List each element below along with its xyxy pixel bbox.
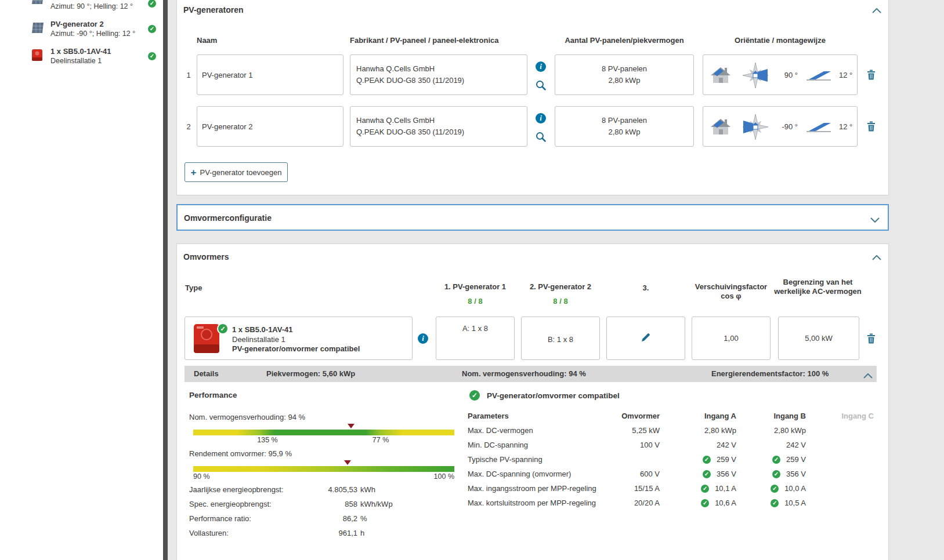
bar2-tick-90: 90 % (193, 472, 210, 481)
input-c-cell[interactable] (606, 317, 685, 360)
panel-title: PV-generatoren (183, 5, 243, 14)
inverters-panel: Omvormers Type 1. PV-generator 1 8 / 8 2… (176, 243, 889, 560)
ac-limit-cell[interactable]: 5,00 kW (778, 317, 859, 360)
compass-icon (740, 62, 771, 90)
sidebar-item-pv-generator-2[interactable]: PV-generator 2 (50, 20, 104, 28)
input-a-cell[interactable]: A: 1 x 8 (436, 317, 515, 360)
inverter-config-panel[interactable]: Omvormerconfiguratie (176, 204, 889, 231)
table-row: Max. ingangsstroom per MPP-regeling 15/1… (468, 481, 874, 496)
panel-selector[interactable]: Hanwha Q.Cells GmbH Q.PEAK DUO-G8 350 (1… (350, 106, 527, 147)
pv-generators-panel: PV-generatoren Naam Fabrikant / PV-panee… (176, 0, 889, 195)
trash-icon[interactable] (867, 121, 876, 133)
panel-count-cell[interactable]: 8 PV-panelen 2,80 kWp (555, 54, 694, 95)
bar1-label: Nom. vermogensverhouding: 94 % (189, 413, 305, 421)
pencil-icon[interactable] (641, 332, 651, 344)
table-header-row: Parameters Omvormer Ingang A Ingang B In… (468, 409, 874, 423)
add-generator-label: PV-generator toevoegen (200, 168, 282, 177)
table-row: Max. DC-spanning (omvormer) 600 V ✓356 V… (468, 467, 874, 481)
tilt-value: 12 ° (839, 71, 852, 79)
panel-count-text: 8 PV-panelen (602, 63, 647, 75)
gen2-assigned-count: 8 / 8 (520, 297, 601, 306)
sidebar-item-subtitle[interactable]: Azimut: 90 °; Helling: 12 ° (50, 2, 133, 10)
generator-name-input[interactable] (197, 107, 343, 146)
row-number: 1 (184, 71, 193, 79)
kv-row: Vollasturen: 961,1 h (189, 529, 364, 537)
add-generator-button[interactable]: + PV-generator toevoegen (185, 162, 288, 182)
power-ratio-gradient-bar (193, 430, 454, 435)
generator-row: 1 Hanwha Q.Cells GmbH Q.PEAK DUO-G8 350 … (177, 54, 889, 95)
chevron-up-icon[interactable] (863, 372, 873, 380)
row-number: 2 (184, 122, 193, 131)
tilt-value: 12 ° (839, 122, 852, 131)
trash-icon[interactable] (867, 333, 876, 346)
power-ratio-summary: Nom. vermogensverhouding: 94 % (462, 366, 586, 382)
check-icon: ✓ (701, 485, 709, 493)
info-icon[interactable]: i (536, 113, 546, 123)
details-bar[interactable]: Details Piekvermogen: 5,60 kWp Nom. verm… (185, 366, 877, 382)
input-b-cell[interactable]: B: 1 x 8 (521, 317, 600, 360)
house-icon (709, 66, 732, 87)
trash-icon[interactable] (867, 70, 876, 82)
tilt-icon (805, 68, 832, 83)
kv-row: Spec. energieopbrengst: 858 kWh/kWp (189, 500, 393, 508)
check-icon: ✓ (772, 470, 780, 478)
chevron-down-icon[interactable] (870, 216, 880, 224)
cos-phi-cell[interactable]: 1,00 (692, 317, 771, 360)
tilt-icon (805, 119, 832, 135)
column-header-gen2: 2. PV-generator 2 8 / 8 (520, 282, 601, 306)
search-icon[interactable] (536, 132, 546, 144)
check-icon: ✓ (771, 485, 779, 493)
house-icon (709, 117, 732, 139)
panel-title: Omvormerconfiguratie (184, 213, 272, 223)
generator-name-field-wrap (197, 106, 343, 147)
cos-phi-value: 1,00 (724, 334, 738, 343)
info-icon[interactable]: i (418, 333, 428, 344)
column-header-orientation: Oriëntatie / montagewijze (703, 36, 858, 45)
check-icon: ✓ (218, 324, 227, 333)
kv-row: Jaarlijkse energieopbrengst: 4.805,53 kW… (189, 485, 375, 494)
compass-icon (740, 114, 771, 142)
bar1-marker (348, 424, 355, 428)
performance-title: Performance (189, 391, 237, 399)
inverter-name: 1 x SB5.0-1AV-41 (232, 325, 293, 334)
orientation-cell[interactable]: 90 ° 12 ° (703, 54, 858, 95)
azimuth-value: -90 ° (772, 122, 798, 131)
compat-status: PV-generator/omvormer compatibel (487, 391, 620, 400)
check-icon: ✓ (703, 456, 711, 464)
azimuth-value: 90 ° (772, 71, 798, 79)
panel-model-text: Q.PEAK DUO-G8 350 (11/2019) (356, 75, 464, 86)
check-icon: ✓ (703, 470, 711, 478)
inverter-icon (31, 49, 43, 63)
check-icon: ✓ (148, 25, 156, 33)
generator-name-field-wrap (197, 54, 343, 95)
energy-factor-summary: Energierendementsfactor: 100 % (711, 366, 829, 382)
chevron-up-icon[interactable] (872, 6, 881, 15)
orientation-cell[interactable]: -90 ° 12 ° (703, 106, 858, 147)
search-icon[interactable] (536, 80, 546, 92)
check-icon: ✓ (469, 390, 480, 401)
generator-name-input[interactable] (197, 55, 343, 94)
info-icon[interactable]: i (536, 61, 546, 72)
inverter-image (193, 323, 220, 355)
panel-count-text: 8 PV-panelen (602, 115, 647, 126)
inverter-type-cell[interactable]: ✓ 1 x SB5.0-1AV-41 Deelinstallatie 1 PV-… (185, 317, 413, 360)
sidebar: Azimut: 90 °; Helling: 12 ° ✓ PV-generat… (0, 0, 163, 560)
manufacturer-text: Hanwha Q.Cells GmbH (356, 63, 435, 75)
input-a-value: A: 1 x 8 (436, 324, 514, 333)
generator-row: 2 Hanwha Q.Cells GmbH Q.PEAK DUO-G8 350 … (177, 106, 889, 147)
peak-power-text: 2,80 kWp (609, 75, 641, 86)
inverter-status: PV-generator/omvormer compatibel (232, 344, 360, 353)
bar1-tick-77: 77 % (372, 436, 389, 444)
check-icon: ✓ (772, 456, 780, 464)
efficiency-gradient-bar (193, 466, 454, 472)
table-row: Min. DC-spanning 100 V 242 V 242 V (468, 438, 874, 452)
check-icon: ✓ (148, 52, 156, 60)
sidebar-item-inverter[interactable]: 1 x SB5.0-1AV-41 (50, 47, 111, 56)
kv-row: Performance ratio: 86,2 % (189, 514, 367, 523)
panel-selector[interactable]: Hanwha Q.Cells GmbH Q.PEAK DUO-G8 350 (1… (350, 54, 527, 95)
input-b-value: B: 1 x 8 (522, 335, 599, 344)
column-header-ac-limit: Begrenzing van het werkelijke AC-vermoge… (773, 278, 863, 296)
chevron-up-icon[interactable] (872, 253, 881, 262)
panel-count-cell[interactable]: 8 PV-panelen 2,80 kWp (555, 106, 694, 147)
vertical-scrollbar[interactable] (163, 0, 168, 560)
